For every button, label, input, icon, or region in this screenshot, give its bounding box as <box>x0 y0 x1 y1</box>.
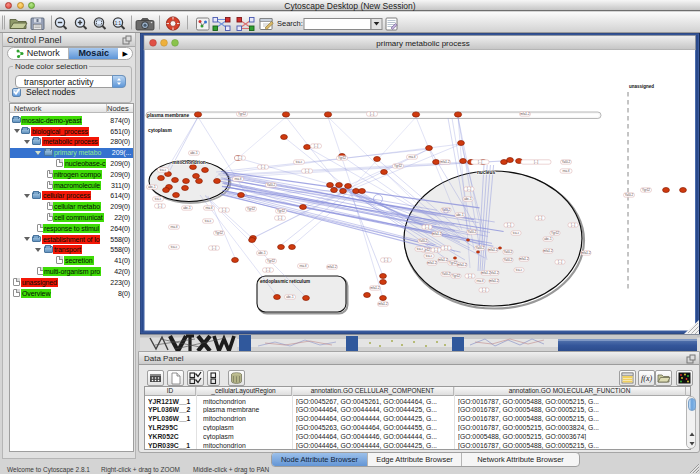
svg-text:mitochondrion: mitochondrion <box>172 160 206 165</box>
svg-text:tca-c: tca-c <box>160 168 167 172</box>
svg-text:[...]: [...] <box>238 156 242 160</box>
svg-text:rna-tl: rna-tl <box>477 279 484 283</box>
svg-text:Yal0-2: Yal0-2 <box>562 160 571 164</box>
svg-text:Yal0-2: Yal0-2 <box>625 193 634 197</box>
svg-text:Yal0-2: Yal0-2 <box>476 246 485 250</box>
svg-text:[...]: [...] <box>507 223 511 227</box>
svg-text:mfa1-2: mfa1-2 <box>481 271 491 275</box>
svg-text:[...]: [...] <box>558 260 562 264</box>
svg-text:Yal0-2: Yal0-2 <box>468 230 477 234</box>
svg-text:tca-c: tca-c <box>516 268 523 272</box>
svg-text:Ygr12: Ygr12 <box>215 231 223 235</box>
svg-text:abc-1: abc-1 <box>464 197 472 201</box>
svg-text:tca-c: tca-c <box>205 219 212 223</box>
svg-text:mfa1-2: mfa1-2 <box>581 251 591 255</box>
svg-text:mfa1-2: mfa1-2 <box>457 263 467 267</box>
svg-text:[...]: [...] <box>278 216 282 220</box>
svg-text:Ygr12: Ygr12 <box>267 259 275 263</box>
svg-text:abc-1: abc-1 <box>286 295 294 299</box>
svg-text:Ygr12: Ygr12 <box>338 156 346 160</box>
svg-text:1:1: 1:1 <box>115 21 122 26</box>
svg-text:plasma membrane: plasma membrane <box>147 113 189 118</box>
svg-text:[...]: [...] <box>222 208 226 212</box>
svg-text:[...]: [...] <box>384 258 388 262</box>
svg-text:mfa1-2: mfa1-2 <box>432 232 442 236</box>
svg-text:[...]: [...] <box>370 112 374 116</box>
svg-text:Yal0-2: Yal0-2 <box>442 272 451 276</box>
svg-text:[...]: [...] <box>478 160 482 164</box>
svg-text:Yal0-2: Yal0-2 <box>504 258 513 262</box>
svg-text:endoplasmic reticulum: endoplasmic reticulum <box>260 279 310 284</box>
svg-text:[...]: [...] <box>314 144 318 148</box>
svg-text:mfa1-2: mfa1-2 <box>543 249 553 253</box>
svg-text:[...]: [...] <box>305 169 309 173</box>
svg-text:rna-tl: rna-tl <box>206 206 213 210</box>
svg-text:tca-c: tca-c <box>513 231 520 235</box>
svg-text:abc-1: abc-1 <box>183 206 191 210</box>
svg-text:rna-tl: rna-tl <box>563 169 570 173</box>
svg-text:abc-1: abc-1 <box>258 251 266 255</box>
svg-text:abc-1: abc-1 <box>190 151 198 155</box>
svg-text:[...]: [...] <box>425 225 429 229</box>
svg-text:[...]: [...] <box>468 274 472 278</box>
svg-text:[...]: [...] <box>444 246 448 250</box>
svg-text:mfa1-2: mfa1-2 <box>378 302 388 306</box>
svg-text:Ygr12: Ygr12 <box>238 112 246 116</box>
svg-text:mfa1-2: mfa1-2 <box>438 258 448 262</box>
svg-text:mfa1-2: mfa1-2 <box>370 286 380 290</box>
svg-text:[...]: [...] <box>158 204 162 208</box>
svg-text:mfa1-2: mfa1-2 <box>488 248 498 252</box>
svg-text:Yal0-2: Yal0-2 <box>504 250 513 254</box>
svg-text:Ygr12: Ygr12 <box>277 209 285 213</box>
svg-text:Ygr12: Ygr12 <box>449 261 457 265</box>
svg-text:tca-c: tca-c <box>171 245 178 249</box>
svg-text:rna-tl: rna-tl <box>171 225 178 229</box>
svg-text:Yal0-2: Yal0-2 <box>419 239 428 243</box>
svg-text:rna-tl: rna-tl <box>409 155 416 159</box>
svg-text:[...]: [...] <box>266 268 270 272</box>
svg-text:f(x): f(x) <box>641 374 652 383</box>
svg-text:Ygr12: Ygr12 <box>452 274 460 278</box>
svg-text:abc-1: abc-1 <box>456 213 464 217</box>
svg-text:[...]: [...] <box>571 223 575 227</box>
svg-text:tca-c: tca-c <box>155 197 162 201</box>
svg-text:abc-1: abc-1 <box>148 185 156 189</box>
svg-text:mfa1-2: mfa1-2 <box>440 160 450 164</box>
svg-text:[...]: [...] <box>538 216 542 220</box>
svg-text:cytoplasm: cytoplasm <box>148 128 172 133</box>
svg-text:rna-tl: rna-tl <box>300 264 307 268</box>
svg-text:Ygr12: Ygr12 <box>642 188 650 192</box>
svg-text:[...]: [...] <box>212 246 216 250</box>
svg-text:nucleus: nucleus <box>477 170 495 175</box>
svg-text:[...]: [...] <box>261 165 265 169</box>
svg-text:[...]: [...] <box>534 160 538 164</box>
svg-text:Yal0-2: Yal0-2 <box>267 183 276 187</box>
svg-text:unassigned: unassigned <box>629 84 654 89</box>
svg-text:mfa1-2: mfa1-2 <box>327 265 337 269</box>
svg-text:mfa1-2: mfa1-2 <box>427 261 437 265</box>
svg-text:[...]: [...] <box>467 187 471 191</box>
svg-text:rna-tl: rna-tl <box>235 177 242 181</box>
svg-text:abc-1: abc-1 <box>544 237 552 241</box>
svg-text:mfa1-2: mfa1-2 <box>520 112 530 116</box>
svg-text:mfa1-2: mfa1-2 <box>489 279 499 283</box>
svg-text:tca-c: tca-c <box>426 254 433 258</box>
svg-text:[...]: [...] <box>434 248 438 252</box>
svg-text:mfa1-2: mfa1-2 <box>519 257 529 261</box>
svg-text:primary metabolic process: primary metabolic process <box>376 39 469 48</box>
svg-text:Ygr12: Ygr12 <box>247 207 255 211</box>
svg-text:Ygr12: Ygr12 <box>551 231 559 235</box>
svg-text:tca-c: tca-c <box>296 160 303 164</box>
svg-text:[...]: [...] <box>482 288 486 292</box>
svg-text:Ygr12: Ygr12 <box>394 164 402 168</box>
svg-text:tca-c: tca-c <box>417 247 424 251</box>
svg-text:Search:: Search: <box>277 19 303 28</box>
